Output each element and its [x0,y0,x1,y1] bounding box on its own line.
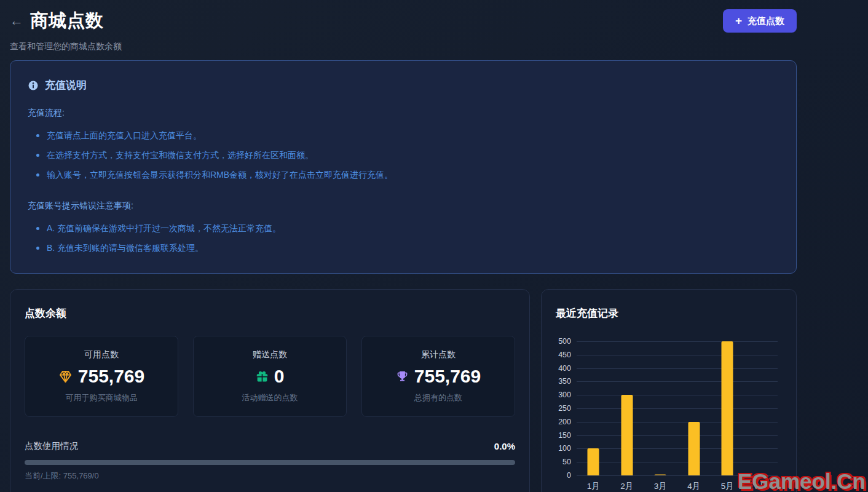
usage-percent: 0.0% [494,441,515,451]
back-arrow-icon[interactable]: ← [10,14,23,28]
chart-x-label: 1月 [577,481,610,492]
chart-y-tick: 100 [558,444,571,453]
gift-icon [256,370,269,383]
stat-caption: 活动赠送的点数 [242,392,298,403]
chart-gridline [577,341,778,342]
gem-icon [58,370,73,384]
balance-card-title: 点数余额 [25,306,515,320]
stat-total-points: 累计点数 755,769 总拥有的点数 [361,336,515,417]
notice-item: 输入账号，立即充值按钮会显示获得积分和RMB金额，核对好了在点击立即充值进行充值… [35,165,779,185]
chart-y-tick: 0 [567,471,571,480]
chart-plot: 050100150200250300350400450500 [577,341,778,475]
recharge-points-button[interactable]: + 充值点数 [723,9,797,33]
chart-gridline [577,462,778,462]
stat-label: 赠送点数 [253,349,287,360]
chart-gridline [577,381,778,382]
page-content: ← 商城点数 查看和管理您的商城点数余额 + 充值点数 充值说明 充值流程: 充… [10,0,797,492]
stat-caption: 可用于购买商城物品 [66,392,138,403]
page-header: ← 商城点数 查看和管理您的商城点数余额 + 充值点数 [10,0,797,52]
notice-title: 充值说明 [45,78,87,92]
chart-y-tick: 450 [558,351,571,359]
watermark: EGameol.Cn [738,469,866,492]
notice-item: 充值请点上面的充值入口进入充值平台。 [35,126,779,146]
chart-y-tick: 150 [558,431,571,440]
chart-y-tick: 300 [558,391,571,399]
chart-y-tick: 200 [558,418,571,426]
notice-section2-heading: 充值账号提示错误注意事项: [28,200,779,212]
chart-gridline [577,435,778,436]
chart-x-label: 4月 [677,481,711,492]
trophy-icon [396,370,409,383]
stat-gift-points: 赠送点数 0 活动赠送的点数 [193,336,347,417]
usage-detail: 当前/上限: 755,769/0 [25,470,515,482]
chart-bar [588,448,599,475]
chart-gridline [577,368,778,369]
stat-value: 0 [274,366,285,387]
chart-y-tick: 500 [558,337,571,346]
chart-gridline [577,395,778,395]
chart-gridline [577,408,778,409]
points-balance-card: 点数余额 可用点数 755,769 可用于购买商城物品 [10,289,530,492]
stat-value: 755,769 [414,366,481,387]
stat-caption: 总拥有的点数 [414,392,462,403]
points-usage-section: 点数使用情况 0.0% 当前/上限: 755,769/0 [25,440,515,482]
notice-item: A. 充值前确保在游戏中打开过一次商城，不然无法正常充值。 [35,219,779,239]
chart-y-tick: 50 [562,458,571,466]
notice-item: B. 充值未到账的请与微信客服联系处理。 [35,239,779,258]
chart-bar [688,422,700,475]
chart-gridline [577,422,778,423]
chart-x-label: 2月 [610,481,644,492]
notice-section1-heading: 充值流程: [28,108,779,119]
recent-card-title: 最近充值记录 [556,306,782,320]
chart-y-tick: 400 [558,364,571,373]
stat-value: 755,769 [78,366,144,387]
notice-item: 在选择支付方式，支持支付宝和微信支付方式，选择好所在区和面额。 [35,146,779,165]
usage-progress-bar [25,460,515,465]
chart-bar [722,341,733,475]
notice-section2-list: A. 充值前确保在游戏中打开过一次商城，不然无法正常充值。B. 充值未到账的请与… [28,219,779,258]
chart-y-tick: 250 [558,404,571,413]
chart-bar [655,474,666,475]
chart-gridline [577,355,778,355]
info-icon [28,80,39,91]
plus-icon: + [735,15,742,26]
page-subtitle: 查看和管理您的商城点数余额 [10,41,797,52]
chart-y-tick: 350 [558,377,571,386]
recent-recharge-card: 最近充值记录 050100150200250300350400450500 1月… [541,289,797,492]
chart-gridline [577,448,778,449]
chart-x-label: 3月 [644,481,677,492]
chart-bar [621,395,633,475]
notice-title-row: 充值说明 [28,78,779,92]
stat-label: 可用点数 [84,349,119,360]
stat-available-points: 可用点数 755,769 可用于购买商城物品 [25,336,178,417]
page-title: 商城点数 [30,9,104,33]
usage-label: 点数使用情况 [25,440,78,452]
recharge-notice-panel: 充值说明 充值流程: 充值请点上面的充值入口进入充值平台。在选择支付方式，支持支… [10,60,797,274]
notice-section1-list: 充值请点上面的充值入口进入充值平台。在选择支付方式，支持支付宝和微信支付方式，选… [28,126,779,185]
recharge-button-label: 充值点数 [748,15,784,27]
stat-label: 累计点数 [421,349,456,360]
